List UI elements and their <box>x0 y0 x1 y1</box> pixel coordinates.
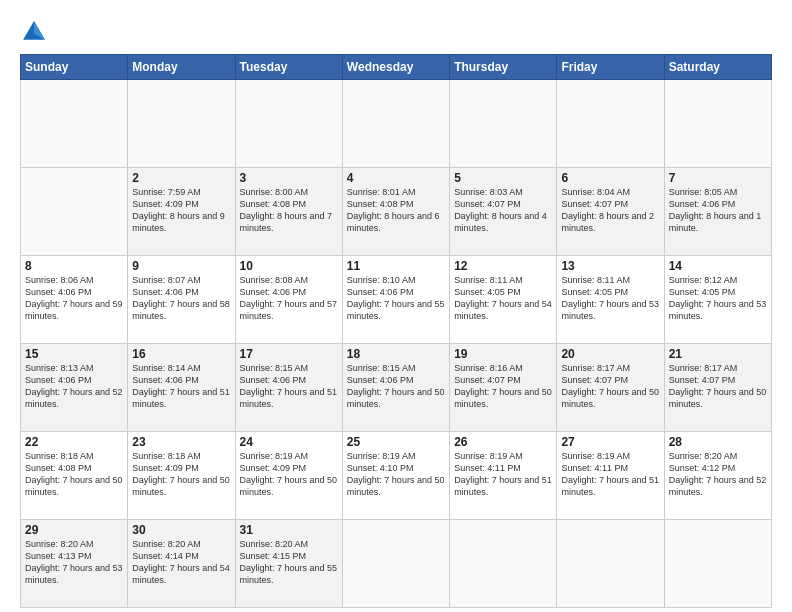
day-number: 3 <box>240 171 338 185</box>
day-cell <box>342 520 449 608</box>
week-row-1 <box>21 80 772 168</box>
day-cell: 8Sunrise: 8:06 AMSunset: 4:06 PMDaylight… <box>21 256 128 344</box>
day-info: Sunrise: 8:05 AMSunset: 4:06 PMDaylight:… <box>669 186 767 235</box>
logo <box>20 18 52 46</box>
day-info: Sunrise: 8:13 AMSunset: 4:06 PMDaylight:… <box>25 362 123 411</box>
day-info: Sunrise: 8:11 AMSunset: 4:05 PMDaylight:… <box>561 274 659 323</box>
day-info: Sunrise: 8:20 AMSunset: 4:13 PMDaylight:… <box>25 538 123 587</box>
day-number: 8 <box>25 259 123 273</box>
day-info: Sunrise: 8:20 AMSunset: 4:15 PMDaylight:… <box>240 538 338 587</box>
day-cell <box>557 80 664 168</box>
week-row-2: 2Sunrise: 7:59 AMSunset: 4:09 PMDaylight… <box>21 168 772 256</box>
day-number: 6 <box>561 171 659 185</box>
day-cell: 3Sunrise: 8:00 AMSunset: 4:08 PMDaylight… <box>235 168 342 256</box>
day-info: Sunrise: 8:01 AMSunset: 4:08 PMDaylight:… <box>347 186 445 235</box>
calendar-header: SundayMondayTuesdayWednesdayThursdayFrid… <box>21 55 772 80</box>
header <box>20 18 772 46</box>
day-cell: 11Sunrise: 8:10 AMSunset: 4:06 PMDayligh… <box>342 256 449 344</box>
day-cell: 18Sunrise: 8:15 AMSunset: 4:06 PMDayligh… <box>342 344 449 432</box>
day-number: 5 <box>454 171 552 185</box>
day-cell <box>557 520 664 608</box>
day-header-sunday: Sunday <box>21 55 128 80</box>
day-header-thursday: Thursday <box>450 55 557 80</box>
day-cell: 31Sunrise: 8:20 AMSunset: 4:15 PMDayligh… <box>235 520 342 608</box>
day-info: Sunrise: 8:10 AMSunset: 4:06 PMDaylight:… <box>347 274 445 323</box>
day-cell: 5Sunrise: 8:03 AMSunset: 4:07 PMDaylight… <box>450 168 557 256</box>
day-info: Sunrise: 8:16 AMSunset: 4:07 PMDaylight:… <box>454 362 552 411</box>
calendar-body: 2Sunrise: 7:59 AMSunset: 4:09 PMDaylight… <box>21 80 772 608</box>
week-row-3: 8Sunrise: 8:06 AMSunset: 4:06 PMDaylight… <box>21 256 772 344</box>
day-cell: 15Sunrise: 8:13 AMSunset: 4:06 PMDayligh… <box>21 344 128 432</box>
day-info: Sunrise: 8:20 AMSunset: 4:14 PMDaylight:… <box>132 538 230 587</box>
day-cell <box>450 80 557 168</box>
day-cell: 21Sunrise: 8:17 AMSunset: 4:07 PMDayligh… <box>664 344 771 432</box>
day-info: Sunrise: 8:12 AMSunset: 4:05 PMDaylight:… <box>669 274 767 323</box>
day-cell <box>342 80 449 168</box>
day-info: Sunrise: 8:17 AMSunset: 4:07 PMDaylight:… <box>561 362 659 411</box>
day-number: 15 <box>25 347 123 361</box>
day-info: Sunrise: 8:18 AMSunset: 4:09 PMDaylight:… <box>132 450 230 499</box>
day-cell <box>21 168 128 256</box>
day-info: Sunrise: 8:08 AMSunset: 4:06 PMDaylight:… <box>240 274 338 323</box>
day-number: 10 <box>240 259 338 273</box>
day-cell <box>21 80 128 168</box>
day-number: 27 <box>561 435 659 449</box>
day-number: 24 <box>240 435 338 449</box>
day-cell: 12Sunrise: 8:11 AMSunset: 4:05 PMDayligh… <box>450 256 557 344</box>
day-cell: 24Sunrise: 8:19 AMSunset: 4:09 PMDayligh… <box>235 432 342 520</box>
day-number: 19 <box>454 347 552 361</box>
day-info: Sunrise: 8:15 AMSunset: 4:06 PMDaylight:… <box>240 362 338 411</box>
day-cell: 14Sunrise: 8:12 AMSunset: 4:05 PMDayligh… <box>664 256 771 344</box>
day-cell: 25Sunrise: 8:19 AMSunset: 4:10 PMDayligh… <box>342 432 449 520</box>
day-number: 23 <box>132 435 230 449</box>
day-cell: 29Sunrise: 8:20 AMSunset: 4:13 PMDayligh… <box>21 520 128 608</box>
day-number: 21 <box>669 347 767 361</box>
day-cell: 22Sunrise: 8:18 AMSunset: 4:08 PMDayligh… <box>21 432 128 520</box>
day-number: 28 <box>669 435 767 449</box>
week-row-6: 29Sunrise: 8:20 AMSunset: 4:13 PMDayligh… <box>21 520 772 608</box>
day-header-monday: Monday <box>128 55 235 80</box>
day-header-friday: Friday <box>557 55 664 80</box>
day-info: Sunrise: 8:19 AMSunset: 4:10 PMDaylight:… <box>347 450 445 499</box>
day-cell: 6Sunrise: 8:04 AMSunset: 4:07 PMDaylight… <box>557 168 664 256</box>
week-row-5: 22Sunrise: 8:18 AMSunset: 4:08 PMDayligh… <box>21 432 772 520</box>
day-cell: 7Sunrise: 8:05 AMSunset: 4:06 PMDaylight… <box>664 168 771 256</box>
day-cell: 9Sunrise: 8:07 AMSunset: 4:06 PMDaylight… <box>128 256 235 344</box>
day-info: Sunrise: 8:19 AMSunset: 4:11 PMDaylight:… <box>454 450 552 499</box>
day-cell: 2Sunrise: 7:59 AMSunset: 4:09 PMDaylight… <box>128 168 235 256</box>
day-cell: 10Sunrise: 8:08 AMSunset: 4:06 PMDayligh… <box>235 256 342 344</box>
day-info: Sunrise: 8:18 AMSunset: 4:08 PMDaylight:… <box>25 450 123 499</box>
day-cell: 13Sunrise: 8:11 AMSunset: 4:05 PMDayligh… <box>557 256 664 344</box>
day-number: 2 <box>132 171 230 185</box>
day-number: 30 <box>132 523 230 537</box>
page: SundayMondayTuesdayWednesdayThursdayFrid… <box>0 0 792 612</box>
logo-icon <box>20 18 48 46</box>
day-header-saturday: Saturday <box>664 55 771 80</box>
day-header-wednesday: Wednesday <box>342 55 449 80</box>
day-number: 16 <box>132 347 230 361</box>
day-cell <box>128 80 235 168</box>
day-cell: 28Sunrise: 8:20 AMSunset: 4:12 PMDayligh… <box>664 432 771 520</box>
day-info: Sunrise: 8:15 AMSunset: 4:06 PMDaylight:… <box>347 362 445 411</box>
day-cell: 16Sunrise: 8:14 AMSunset: 4:06 PMDayligh… <box>128 344 235 432</box>
day-info: Sunrise: 8:06 AMSunset: 4:06 PMDaylight:… <box>25 274 123 323</box>
day-cell: 26Sunrise: 8:19 AMSunset: 4:11 PMDayligh… <box>450 432 557 520</box>
day-number: 13 <box>561 259 659 273</box>
day-number: 22 <box>25 435 123 449</box>
day-cell: 17Sunrise: 8:15 AMSunset: 4:06 PMDayligh… <box>235 344 342 432</box>
day-cell: 23Sunrise: 8:18 AMSunset: 4:09 PMDayligh… <box>128 432 235 520</box>
week-row-4: 15Sunrise: 8:13 AMSunset: 4:06 PMDayligh… <box>21 344 772 432</box>
day-number: 29 <box>25 523 123 537</box>
day-header-tuesday: Tuesday <box>235 55 342 80</box>
day-info: Sunrise: 8:19 AMSunset: 4:11 PMDaylight:… <box>561 450 659 499</box>
day-cell <box>450 520 557 608</box>
header-row: SundayMondayTuesdayWednesdayThursdayFrid… <box>21 55 772 80</box>
day-info: Sunrise: 8:07 AMSunset: 4:06 PMDaylight:… <box>132 274 230 323</box>
day-number: 12 <box>454 259 552 273</box>
day-info: Sunrise: 8:14 AMSunset: 4:06 PMDaylight:… <box>132 362 230 411</box>
day-info: Sunrise: 8:00 AMSunset: 4:08 PMDaylight:… <box>240 186 338 235</box>
day-info: Sunrise: 8:19 AMSunset: 4:09 PMDaylight:… <box>240 450 338 499</box>
day-cell: 4Sunrise: 8:01 AMSunset: 4:08 PMDaylight… <box>342 168 449 256</box>
day-number: 17 <box>240 347 338 361</box>
day-info: Sunrise: 7:59 AMSunset: 4:09 PMDaylight:… <box>132 186 230 235</box>
